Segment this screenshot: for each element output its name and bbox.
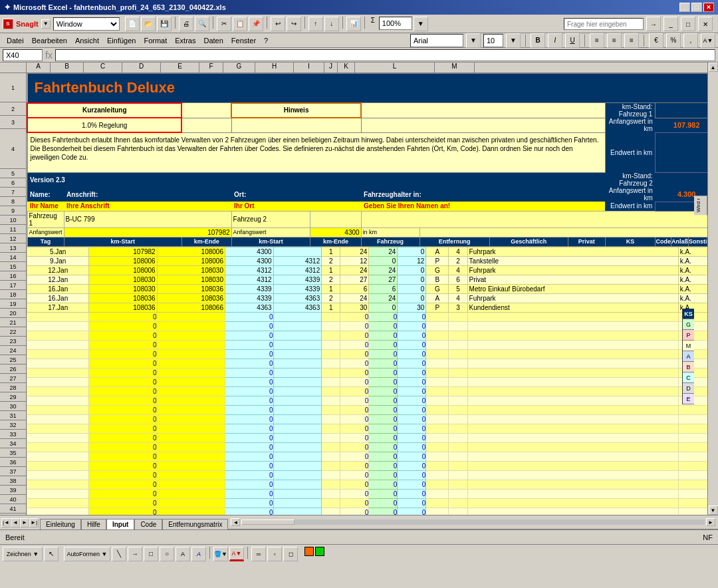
window-select[interactable]: Window <box>53 17 120 31</box>
wordart-btn[interactable]: A <box>191 547 206 561</box>
scrollbar-right[interactable]: ▲ ▼ <box>707 63 718 515</box>
menu-fenster[interactable]: Fenster <box>227 35 260 46</box>
line-btn[interactable]: ╲ <box>112 547 126 561</box>
redo-btn[interactable]: ↪ <box>287 17 301 31</box>
cell-fahrzeug: 1 <box>322 303 340 312</box>
tab-last-btn[interactable]: ►| <box>29 518 39 527</box>
scroll-up-btn[interactable]: ▲ <box>709 63 718 72</box>
tab-input[interactable]: Input <box>106 519 134 529</box>
rect-btn[interactable]: □ <box>144 547 158 561</box>
tab-prev-btn[interactable]: ◄ <box>11 518 20 527</box>
tab-code[interactable]: Code <box>134 519 162 529</box>
fahrzeughalter-value[interactable]: Geben Sie Ihren Namen an! <box>361 202 605 211</box>
snagit-icon[interactable]: S <box>3 19 13 29</box>
draw-menu-btn[interactable]: Zeichnen ▼ <box>3 547 43 561</box>
zoom-dropdown[interactable]: ▼ <box>414 17 428 31</box>
fill-color-btn[interactable]: A▼ <box>701 33 715 48</box>
chart-btn[interactable]: 📊 <box>346 17 361 31</box>
ks-g: G <box>683 319 694 330</box>
scroll-left-btn[interactable]: ◄ <box>231 518 240 526</box>
close-button[interactable]: ✕ <box>703 3 714 12</box>
menu-format[interactable]: Format <box>140 35 171 46</box>
row-18: 18 <box>0 290 26 299</box>
autoshapes-btn[interactable]: AutoFormen ▼ <box>64 547 110 561</box>
tab-next-btn[interactable]: ► <box>20 518 29 527</box>
undo-btn[interactable]: ↩ <box>271 17 285 31</box>
menu-daten[interactable]: Daten <box>199 35 227 46</box>
comma-btn[interactable]: , <box>683 33 698 48</box>
3d-btn[interactable]: ◻ <box>283 547 298 561</box>
menu-ansicht[interactable]: Ansicht <box>71 35 103 46</box>
empty-row: 0 0 0 0 0 <box>27 508 718 515</box>
endwert2-label: Endwert in km <box>605 202 656 211</box>
sort-desc-btn[interactable]: ↓ <box>324 17 339 31</box>
fz1-name: Fahrzeug 1 <box>27 211 64 227</box>
scroll-down-btn[interactable]: ▼ <box>709 506 718 515</box>
scroll-right-btn[interactable]: ► <box>706 518 715 526</box>
italic-btn[interactable]: I <box>548 33 562 48</box>
cell-reference[interactable]: X40 <box>3 49 43 61</box>
hinweis-btn[interactable]: Hinweis <box>231 103 361 118</box>
cut-btn[interactable]: ✂ <box>217 17 231 31</box>
tab-hilfe[interactable]: Hilfe <box>81 519 106 529</box>
menu-bearbeiten[interactable]: Bearbeiten <box>28 35 71 46</box>
maximize-button[interactable]: □ <box>691 3 702 12</box>
tab-einleitung[interactable]: Einleitung <box>40 519 81 529</box>
copy-btn[interactable]: 📋 <box>233 17 247 31</box>
percent-btn[interactable]: % <box>666 33 681 48</box>
kurzanleitung-btn[interactable]: Kurzanleitung <box>27 103 181 118</box>
snagit-btn[interactable]: ▼ <box>41 19 51 29</box>
fill-bucket-btn[interactable]: 🪣▼ <box>213 547 228 561</box>
shadow-btn[interactable]: ▫ <box>267 547 282 561</box>
new-btn[interactable]: 📄 <box>125 17 140 31</box>
tab-first-btn[interactable]: |◄ <box>1 518 11 527</box>
font-dropdown[interactable]: ▼ <box>466 33 481 48</box>
window-minimize-btn[interactable]: _ <box>663 17 678 31</box>
formula-input[interactable] <box>55 49 715 61</box>
underline-btn[interactable]: U <box>565 33 580 48</box>
cell-km-start2: 4339 <box>225 293 273 303</box>
menu-help[interactable]: ? <box>260 35 272 46</box>
print-btn[interactable]: 🖨 <box>179 17 193 31</box>
font-color-btn[interactable]: A▼ <box>229 547 244 561</box>
menu-einfuegen[interactable]: Einfügen <box>103 35 140 46</box>
font-toolbar: ▼ ▼ B I U ≡ ≡ ≡ € % , A▼ <box>410 33 715 48</box>
help-search-btn[interactable]: → <box>646 17 661 31</box>
window-close-btn[interactable]: ✕ <box>698 17 713 31</box>
regelung-row: 1.0% Regelung Anfangswert in km 107.982 <box>27 118 718 132</box>
h-scroll-thumb[interactable] <box>241 519 295 525</box>
ort-value[interactable]: Ihr Ort <box>231 202 361 211</box>
window-restore-btn[interactable]: □ <box>681 17 695 31</box>
cursor-btn[interactable]: ↖ <box>44 547 59 561</box>
tab-entfernungsmatrix[interactable]: Entfernungsmatrix <box>162 519 228 529</box>
help-input[interactable] <box>564 18 644 30</box>
open-btn[interactable]: 📂 <box>141 17 156 31</box>
sort-asc-btn[interactable]: ↑ <box>308 17 323 31</box>
align-center-btn[interactable]: ≡ <box>607 33 622 48</box>
row-19: 19 <box>0 299 26 309</box>
arrow-btn[interactable]: → <box>128 547 142 561</box>
menu-extras[interactable]: Extras <box>171 35 199 46</box>
row-34: 34 <box>0 439 26 448</box>
save-btn[interactable]: 💾 <box>157 17 172 31</box>
oval-btn[interactable]: ○ <box>160 547 174 561</box>
zoom-input[interactable] <box>379 17 412 30</box>
align-right-btn[interactable]: ≡ <box>624 33 639 48</box>
minimize-button[interactable]: _ <box>679 3 690 12</box>
anschrift-value[interactable]: Ihre Anschrift <box>64 202 231 211</box>
font-name-input[interactable] <box>410 34 463 47</box>
col-m: M <box>435 63 475 73</box>
textbox-btn[interactable]: A <box>176 547 190 561</box>
font-size-input[interactable] <box>483 34 503 47</box>
regelung-btn[interactable]: 1.0% Regelung <box>27 118 181 132</box>
menu-datei[interactable]: Datei <box>3 35 28 46</box>
name-value[interactable]: Ihr Name <box>27 202 64 211</box>
th-code: Code <box>656 237 671 246</box>
paste-btn[interactable]: 📌 <box>249 17 263 31</box>
align-left-btn[interactable]: ≡ <box>590 33 604 48</box>
bold-btn[interactable]: B <box>531 33 545 48</box>
font-size-dropdown[interactable]: ▼ <box>506 33 521 48</box>
preview-btn[interactable]: 🔍 <box>195 17 209 31</box>
currency-btn[interactable]: € <box>649 33 663 48</box>
line-style-btn[interactable]: ═ <box>251 547 266 561</box>
